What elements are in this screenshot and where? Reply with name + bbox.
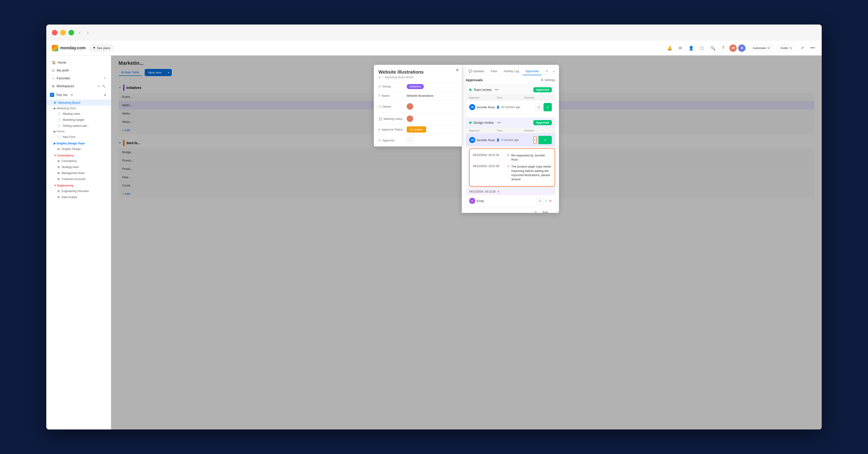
timestamp-text: 04/12/2024, 19:13:28 (469, 190, 495, 193)
design-review-more-button[interactable]: ••• (496, 120, 502, 125)
copy-icon[interactable]: ⎘ (535, 210, 537, 213)
sidebar-item-workspaces[interactable]: ⊞ Workspaces ••• 🔍 (48, 83, 109, 90)
doc-icon: 📄 (57, 112, 61, 116)
x-icon-history: ✕ (507, 165, 509, 168)
tab-activity-log[interactable]: Activity Log (501, 68, 522, 75)
owner-avatar (407, 103, 413, 110)
decision-cell-1: □ ✓ (533, 103, 552, 111)
tab-approvals[interactable]: Approvals (523, 68, 541, 75)
design-review-group: Design review ••• Approved Approver Time… (466, 118, 555, 213)
sidebar-item-new-form[interactable]: 📄 New Form (46, 134, 111, 140)
modal-overlay: Website illustrations in → Marketing Boa… (111, 56, 822, 429)
design-review-jennifer-info: JR Jennifer Ross 👤 (469, 137, 501, 143)
item-close-button[interactable]: ✕ (456, 68, 459, 73)
sidebar-item-customer-accounts[interactable]: ⊞ Customer Accounts (46, 176, 111, 182)
close-button[interactable] (52, 30, 57, 35)
board-icon-gd: ⊞ (57, 148, 60, 151)
notifications-button[interactable]: 🔔 (666, 44, 674, 52)
collapse-panel-icon[interactable]: ▲ (553, 70, 555, 73)
in-review-badge: In review (407, 126, 426, 133)
design-review-jennifer-avatar: JR (469, 137, 475, 143)
sidebar-item-data-analyst[interactable]: ⊞ Data Analyst (46, 194, 111, 200)
approval-status-value[interactable]: In review (407, 128, 457, 131)
doc-icon-3: 📄 (57, 124, 61, 128)
favorites-expand-icon: ▾ (104, 77, 105, 80)
graphic-design-label: Graphic Design (62, 148, 81, 151)
workspaces-more-icon: ••• (97, 85, 100, 88)
consultancy-label: Consultancy (62, 159, 77, 163)
sidebar-item-getting-started[interactable]: 📄 Getting started vide... (46, 123, 111, 129)
history-row-2: 04/12/2024, 19:21:30 ✕ The product page … (473, 163, 551, 183)
team-review-status-dot (469, 89, 471, 91)
forward-button[interactable]: › (85, 29, 90, 37)
sidebar-item-management-team[interactable]: ⊞ Management team (46, 170, 111, 176)
workspace-add-icon[interactable]: ＋ (103, 92, 107, 98)
see-plans-button[interactable]: ⚑ See plans (89, 45, 114, 52)
emily-x-icon[interactable]: ✕ (549, 199, 552, 203)
search-button[interactable]: 🔍 (709, 44, 717, 52)
sidebar-item-marketing-budget[interactable]: 📄 Marketing budget (46, 117, 111, 123)
sidebar-item-graphic-design[interactable]: ⊞ Graphic Design (46, 146, 111, 152)
timestamp-row: 04/12/2024, 19:13:28 ✕ (466, 188, 555, 195)
approvals-title: Approvals (466, 78, 483, 82)
more-options-button[interactable]: ••• (809, 44, 816, 52)
sidebar-item-meeting-notes[interactable]: 📄 Meeting notes (46, 111, 111, 117)
workspace-name: Trez Inc. (56, 93, 68, 97)
user-avatar-2[interactable]: M (738, 44, 746, 52)
edit-button[interactable]: Edit (539, 209, 552, 213)
highlighted-square-button[interactable]: □ (533, 136, 537, 143)
monday-logo: monday.com (52, 45, 86, 52)
sidebar-item-my-work[interactable]: ☑ My work (48, 67, 109, 74)
forms-toggle[interactable]: ▶ Forms (46, 129, 111, 134)
help-button[interactable]: ? (720, 44, 726, 52)
back-button[interactable]: ‹ (77, 29, 82, 37)
sidebar-item-home[interactable]: 🏠 Home (48, 59, 109, 66)
invite-button[interactable]: Invite / 1 (777, 45, 795, 52)
modal-container: Website illustrations in → Marketing Boa… (111, 56, 822, 429)
marketing-docs-toggle[interactable]: ▶ Marketing Docs (46, 106, 111, 111)
approver-placeholder[interactable]: + (407, 137, 413, 143)
emily-square-btn[interactable]: □ (536, 197, 544, 204)
approvals-content: Approvals ⚙ Settings (462, 75, 559, 213)
apps-button[interactable]: ⬡ (699, 44, 705, 52)
check-button-1[interactable]: ✓ (544, 103, 552, 111)
inbox-button[interactable]: ✉ (677, 44, 684, 52)
tab-updates[interactable]: 💬 Updates (466, 68, 487, 75)
check-button-2[interactable]: ✓ (538, 136, 552, 144)
square-button-1[interactable]: □ (535, 104, 542, 110)
workspace-header[interactable]: T Trez Inc. ▾ ＋ (46, 90, 111, 99)
automate-button[interactable]: Automate / 2 (749, 45, 773, 52)
board-icon-da: ⊞ (57, 196, 60, 199)
sidebar-item-marketing-board[interactable]: ⊞ Marketing Board (46, 99, 111, 106)
approver-more-icon[interactable]: 👤 (496, 105, 500, 109)
emily-check-icon[interactable]: ✓ (545, 199, 548, 203)
timestamp-x-icon: ✕ (497, 190, 500, 193)
jennifer-more-icon[interactable]: 👤 (496, 138, 500, 141)
sidebar-item-favorites[interactable]: ☆ Favorites ▾ (48, 74, 109, 82)
add-tab-button[interactable]: + (544, 68, 550, 75)
team-review-more-button[interactable]: ••• (494, 87, 500, 92)
tab-files[interactable]: Files (488, 68, 500, 75)
maximize-button[interactable] (68, 30, 74, 35)
user-avatar[interactable]: JR (730, 44, 737, 52)
time-cell-1: 40 minutes ago (501, 105, 533, 109)
item-detail-header: Website illustrations in → Marketing Boa… (374, 65, 462, 82)
expand-icon: ▶ (54, 107, 56, 110)
minimize-button[interactable] (60, 30, 66, 35)
sidebar-item-strategy-team[interactable]: ⊞ Strategy team (46, 164, 111, 170)
approval-status-label: ≡ Approval Status (378, 128, 404, 131)
design-review-approved-badge: Approved (533, 120, 552, 125)
share-button[interactable]: ↗ (799, 44, 805, 52)
sidebar-item-consultancy[interactable]: ⊞ Consultancy (46, 158, 111, 164)
logo-icon (52, 45, 58, 52)
settings-button[interactable]: ⚙ Settings (541, 78, 555, 82)
approvals-header-row: Approvals ⚙ Settings (466, 78, 555, 82)
sidebar-item-workspaces-label: Workspaces (57, 84, 74, 88)
new-form-label: New Form (63, 135, 75, 139)
time-cell-2: 5 minutes ago (501, 138, 533, 141)
sidebar-item-engineering-overview[interactable]: ⊞ Engineering Overview (46, 188, 111, 194)
form-icon: 📄 (57, 135, 61, 139)
profile-button[interactable]: 👤 (687, 44, 695, 52)
forms-expand-icon: ▶ (54, 130, 56, 133)
team-review-header: Team review ••• Approved (466, 85, 555, 95)
